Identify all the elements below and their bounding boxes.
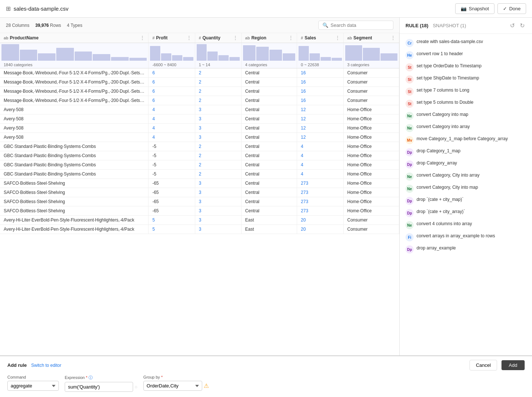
rule-item[interactable]: Dp drop `(cate + city_array)`	[400, 207, 532, 219]
table-row: SAFCO·Boltless·Steel·Shelving-653Central…	[0, 188, 399, 197]
col-header-Sales[interactable]: # Sales ⋮	[297, 33, 343, 43]
table-cell: Home·Office	[343, 105, 399, 114]
table-cell: 3	[195, 188, 241, 197]
chart-row	[0, 43, 399, 62]
table-cell: Avery·508	[0, 133, 149, 142]
col-header-Profit[interactable]: # Profit ⋮	[149, 33, 195, 43]
table-cell: Message·Book,·Wirebound,·Four·5·1/2·X·4·…	[0, 78, 149, 87]
table-cell: Central	[241, 197, 297, 206]
rule-item[interactable]: Ne convert Category, City into array	[400, 170, 532, 182]
table-cell: 20	[297, 225, 343, 234]
rule-item[interactable]: Dp drop array_example	[400, 243, 532, 255]
right-header-actions: ↺ ↻	[508, 21, 526, 30]
form-row: Command aggregate filter sort pivot rena…	[7, 375, 525, 392]
col-menu-Sales[interactable]: ⋮	[335, 35, 340, 40]
command-select[interactable]: aggregate filter sort pivot rename	[7, 381, 59, 391]
col-header-ProductName[interactable]: ab ProductName ⋮	[0, 33, 149, 43]
rule-badge: Ne	[406, 124, 414, 132]
table-cell: Central	[241, 142, 297, 151]
rule-item[interactable]: Fi convert arrays in array_example to ro…	[400, 231, 532, 243]
rule-item[interactable]: Cr create with sales-data-sample.csv	[400, 37, 532, 49]
table-cell: 273	[297, 179, 343, 188]
table-cell: Central	[241, 170, 297, 179]
rule-badge: Dp	[406, 197, 414, 205]
col-menu-ProductName[interactable]: ⋮	[140, 35, 144, 40]
type-icon-ab: ab	[4, 36, 8, 40]
col-menu-Quantity[interactable]: ⋮	[233, 35, 238, 40]
table-cell: Central	[241, 124, 297, 133]
rule-item[interactable]: Dp drop Category_array	[400, 158, 532, 170]
rule-text: drop `(cate + city_array)`	[417, 209, 465, 215]
rule-item[interactable]: He convert row 1 to header	[400, 49, 532, 61]
table-cell: Central	[241, 114, 297, 124]
table-cell: Central	[241, 133, 297, 142]
expression-input[interactable]	[65, 382, 133, 392]
table-cell: 2	[195, 170, 241, 179]
rule-item[interactable]: St set type 5 columns to Double	[400, 98, 532, 110]
rule-badge: Ne	[406, 112, 414, 120]
expression-info-icon[interactable]: ⓘ	[89, 375, 93, 380]
col-header-Segment[interactable]: ab Segment ⋮	[343, 33, 399, 43]
left-panel: 28 Columns 39,976 Rows 4 Types 🔍	[0, 18, 400, 397]
rule-item[interactable]: St set type OrderDate to Timestamp	[400, 61, 532, 73]
table-cell: SAFCO·Boltless·Steel·Shelving	[0, 197, 149, 206]
data-table: ab ProductName ⋮ # Profit	[0, 33, 399, 234]
col-menu-Region[interactable]: ⋮	[289, 35, 293, 40]
table-row: Avery·Hi-Liter·EverBold·Pen·Style·Fluore…	[0, 225, 399, 234]
table-cell: GBC·Standard·Plastic·Binding·Systems·Com…	[0, 142, 149, 151]
rule-item[interactable]: St set type ShipDate to Timestamp	[400, 73, 532, 85]
table-cell: 16	[297, 87, 343, 96]
search-input[interactable]	[331, 22, 389, 28]
rule-item[interactable]: Ne convert Category into map	[400, 110, 532, 122]
table-cell: 4	[149, 105, 195, 114]
type-icon-num-qty: #	[199, 36, 201, 40]
done-button[interactable]: ✓ Done	[497, 3, 526, 14]
rule-item[interactable]: Ne convert Category, City into map	[400, 182, 532, 195]
rule-item[interactable]: Ne convert Category into array	[400, 122, 532, 134]
groupby-select[interactable]: OrderDate,City OrderDate City Region	[143, 381, 202, 391]
rule-text: convert Category, City into map	[417, 184, 478, 191]
rule-text: convert row 1 to header	[417, 51, 463, 57]
rule-badge: Dp	[406, 148, 414, 156]
table-row: SAFCO·Boltless·Steel·Shelving-653Central…	[0, 197, 399, 206]
rule-item[interactable]: Dp drop `(cate + city_map)`	[400, 195, 532, 207]
undo-button[interactable]: ↺	[508, 21, 516, 30]
table-cell: Central	[241, 105, 297, 114]
table-cell: 2	[195, 151, 241, 160]
redo-button[interactable]: ↻	[518, 21, 526, 30]
col-header-Quantity[interactable]: # Quantity ⋮	[195, 33, 241, 43]
search-box[interactable]: 🔍	[318, 21, 393, 30]
add-rule-title: Add rule	[7, 362, 27, 368]
table-row: Avery·Hi-Liter·EverBold·Pen·Style·Fluore…	[0, 216, 399, 225]
table-cell: Avery·Hi-Liter·EverBold·Pen·Style·Fluore…	[0, 225, 149, 234]
table-cell: Message·Book,·Wirebound,·Four·5·1/2·X·4·…	[0, 87, 149, 96]
rule-badge: He	[406, 51, 414, 59]
table-row: SAFCO·Boltless·Steel·Shelving-653Central…	[0, 206, 399, 216]
table-cell: -5	[149, 170, 195, 179]
rule-tab[interactable]: RULE (18)	[406, 23, 428, 28]
col-menu-Segment[interactable]: ⋮	[391, 35, 395, 40]
switch-editor-button[interactable]: Switch to editor	[31, 363, 61, 368]
rule-item[interactable]: Mv move Category_1_map before Category_a…	[400, 134, 532, 146]
add-button[interactable]: Add	[501, 360, 525, 370]
rules-list: Cr create with sales-data-sample.csv He …	[400, 34, 532, 397]
table-cell: Home·Office	[343, 151, 399, 160]
table-cell: Message·Book,·Wirebound,·Four·5·1/2·X·4·…	[0, 96, 149, 105]
table-wrap[interactable]: ab ProductName ⋮ # Profit	[0, 33, 399, 393]
stat-Quantity: 1 ~ 14	[195, 61, 241, 68]
main-layout: 28 Columns 39,976 Rows 4 Types 🔍	[0, 18, 532, 397]
rule-item[interactable]: St set type 7 columns to Long	[400, 85, 532, 98]
table-cell: -65	[149, 197, 195, 206]
table-row: SAFCO·Boltless·Steel·Shelving-653Central…	[0, 179, 399, 188]
cancel-button[interactable]: Cancel	[469, 360, 497, 371]
col-header-Region[interactable]: ab Region ⋮	[241, 33, 297, 43]
type-icon-num-profit: #	[152, 36, 154, 40]
rule-item[interactable]: Ne convert 4 columns into array	[400, 219, 532, 231]
table-cell: 3	[195, 179, 241, 188]
snapshot-button[interactable]: 📷 Snapshot	[455, 3, 494, 14]
col-menu-Profit[interactable]: ⋮	[187, 35, 191, 40]
right-header: RULE (18) SNAPSHOT (1) ↺ ↻	[400, 18, 532, 34]
snapshot-tab[interactable]: SNAPSHOT (1)	[433, 23, 466, 28]
search-icon: 🔍	[322, 22, 328, 28]
rule-item[interactable]: Dp drop Category_1_map	[400, 146, 532, 158]
